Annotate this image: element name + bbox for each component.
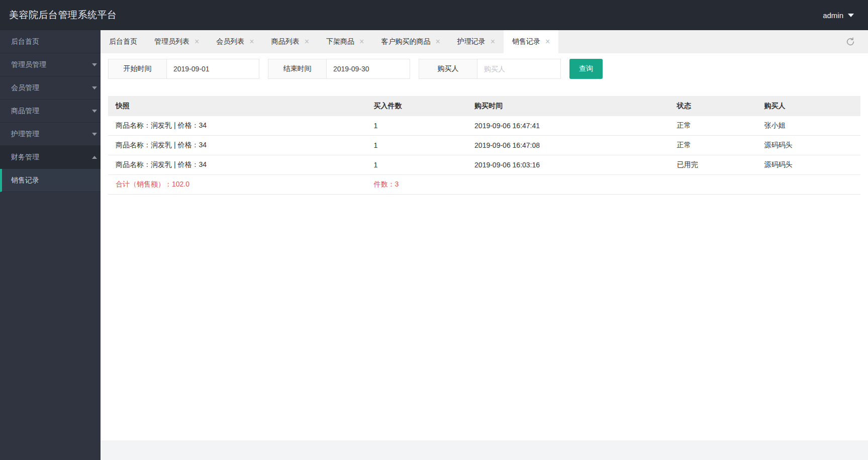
table-cell — [756, 175, 860, 195]
tab-label: 管理员列表 — [154, 37, 189, 46]
tab-label: 会员列表 — [216, 37, 244, 46]
close-icon[interactable]: × — [305, 38, 309, 46]
table-cell: 正常 — [669, 136, 757, 155]
sidebar-item-后台首页[interactable]: 后台首页 — [0, 30, 101, 53]
chevron-up-icon — [92, 156, 97, 159]
tab-客户购买的商品[interactable]: 客户购买的商品× — [372, 30, 448, 53]
summary-count: 件数：3 — [366, 175, 467, 195]
main-area: 后台首页管理员列表×会员列表×商品列表×下架商品×客户购买的商品×护理记录×销售… — [101, 30, 868, 460]
table-cell — [669, 175, 757, 195]
tab-护理记录[interactable]: 护理记录× — [449, 30, 504, 53]
start-time-group: 开始时间 — [108, 59, 259, 79]
chevron-down-icon — [848, 14, 854, 17]
column-header: 快照 — [108, 97, 366, 116]
tab-bar: 后台首页管理员列表×会员列表×商品列表×下架商品×客户购买的商品×护理记录×销售… — [101, 30, 868, 53]
table-cell: 源码码头 — [756, 136, 860, 155]
sales-table: 快照买入件数购买时间状态购买人 商品名称：润发乳 | 价格：3412019-09… — [108, 96, 860, 195]
sales-table-wrap: 快照买入件数购买时间状态购买人 商品名称：润发乳 | 价格：3412019-09… — [108, 96, 860, 195]
buyer-label: 购买人 — [419, 59, 477, 79]
table-cell — [467, 175, 669, 195]
start-time-input[interactable] — [166, 59, 259, 79]
user-name: admin — [823, 11, 843, 20]
tab-下架商品[interactable]: 下架商品× — [318, 30, 372, 53]
sidebar: 后台首页管理员管理会员管理商品管理护理管理财务管理销售记录 — [0, 30, 101, 460]
table-cell: 1 — [366, 136, 467, 155]
refresh-icon[interactable] — [846, 37, 855, 46]
tab-后台首页[interactable]: 后台首页 — [101, 30, 146, 53]
table-row: 商品名称：润发乳 | 价格：3412019-09-06 16:03:16已用完源… — [108, 155, 860, 175]
sidebar-item-label: 商品管理 — [11, 107, 39, 115]
chevron-down-icon — [92, 86, 97, 89]
tabs: 后台首页管理员列表×会员列表×商品列表×下架商品×客户购买的商品×护理记录×销售… — [101, 30, 558, 53]
sidebar-item-label: 管理员管理 — [11, 60, 46, 68]
user-menu[interactable]: admin — [823, 11, 854, 20]
end-time-group: 结束时间 — [268, 59, 410, 79]
column-header: 买入件数 — [366, 97, 467, 116]
close-icon[interactable]: × — [195, 38, 199, 46]
close-icon[interactable]: × — [435, 38, 440, 46]
tab-管理员列表[interactable]: 管理员列表× — [146, 30, 208, 53]
tab-商品列表[interactable]: 商品列表× — [263, 30, 318, 53]
tab-label: 客户购买的商品 — [381, 37, 430, 46]
table-cell: 2019-09-06 16:47:41 — [467, 116, 669, 136]
sidebar-menu: 后台首页管理员管理会员管理商品管理护理管理财务管理销售记录 — [0, 30, 101, 192]
table-cell: 张小姐 — [756, 116, 860, 136]
table-cell: 已用完 — [669, 155, 757, 175]
table-row: 商品名称：润发乳 | 价格：3412019-09-06 16:47:41正常张小… — [108, 116, 860, 136]
start-time-label: 开始时间 — [108, 59, 166, 79]
end-time-label: 结束时间 — [268, 59, 326, 79]
table-row: 商品名称：润发乳 | 价格：3412019-09-06 16:47:08正常源码… — [108, 136, 860, 155]
column-header: 状态 — [669, 97, 757, 116]
sidebar-item-label: 会员管理 — [11, 83, 39, 91]
column-header: 购买时间 — [467, 97, 669, 116]
table-cell: 商品名称：润发乳 | 价格：34 — [108, 136, 366, 155]
sidebar-item-护理管理[interactable]: 护理管理 — [0, 123, 101, 146]
table-cell: 正常 — [669, 116, 757, 136]
close-icon[interactable]: × — [249, 38, 254, 46]
summary-total: 合计（销售额）：102.0 — [108, 175, 366, 195]
table-cell: 2019-09-06 16:03:16 — [467, 155, 669, 175]
table-header-row: 快照买入件数购买时间状态购买人 — [108, 97, 860, 116]
sidebar-item-会员管理[interactable]: 会员管理 — [0, 76, 101, 100]
sidebar-item-label: 护理管理 — [11, 130, 39, 138]
tab-会员列表[interactable]: 会员列表× — [208, 30, 262, 53]
sidebar-item-管理员管理[interactable]: 管理员管理 — [0, 53, 101, 76]
chevron-down-icon — [92, 110, 97, 113]
end-time-input[interactable] — [326, 59, 410, 79]
tab-label: 护理记录 — [457, 37, 486, 46]
tab-label: 商品列表 — [271, 37, 300, 46]
tab-销售记录[interactable]: 销售记录× — [504, 30, 558, 53]
chevron-down-icon — [92, 133, 97, 136]
table-cell: 1 — [366, 116, 467, 136]
table-cell: 商品名称：润发乳 | 价格：34 — [108, 116, 366, 136]
tab-label: 下架商品 — [326, 37, 354, 46]
chevron-down-icon — [92, 63, 97, 66]
app-title: 美容院后台管理系统平台 — [9, 9, 117, 22]
sidebar-item-商品管理[interactable]: 商品管理 — [0, 100, 101, 123]
summary-row: 合计（销售额）：102.0件数：3 — [108, 175, 860, 195]
column-header: 购买人 — [756, 97, 860, 116]
sidebar-item-label: 财务管理 — [11, 153, 39, 161]
close-icon[interactable]: × — [359, 38, 364, 46]
buyer-group: 购买人 — [419, 59, 561, 79]
filter-form: 开始时间 结束时间 购买人 查询 — [108, 59, 860, 79]
table-cell: 商品名称：润发乳 | 价格：34 — [108, 155, 366, 175]
table-cell: 源码码头 — [756, 155, 860, 175]
tab-label: 销售记录 — [512, 37, 540, 46]
sidebar-item-label: 后台首页 — [11, 37, 39, 45]
content-panel: 开始时间 结束时间 购买人 查询 快照买入件数购买时间状态购买人 商品名称：润发… — [101, 53, 868, 440]
sidebar-item-label: 销售记录 — [11, 176, 39, 184]
table-cell: 1 — [366, 155, 467, 175]
app-header: 美容院后台管理系统平台 admin — [0, 0, 868, 30]
search-button[interactable]: 查询 — [569, 59, 603, 79]
close-icon[interactable]: × — [545, 38, 550, 46]
sidebar-item-销售记录[interactable]: 销售记录 — [0, 169, 101, 192]
close-icon[interactable]: × — [491, 38, 495, 46]
sidebar-item-财务管理[interactable]: 财务管理 — [0, 146, 101, 169]
table-cell: 2019-09-06 16:47:08 — [467, 136, 669, 155]
buyer-input[interactable] — [477, 59, 561, 79]
tab-label: 后台首页 — [109, 37, 137, 46]
